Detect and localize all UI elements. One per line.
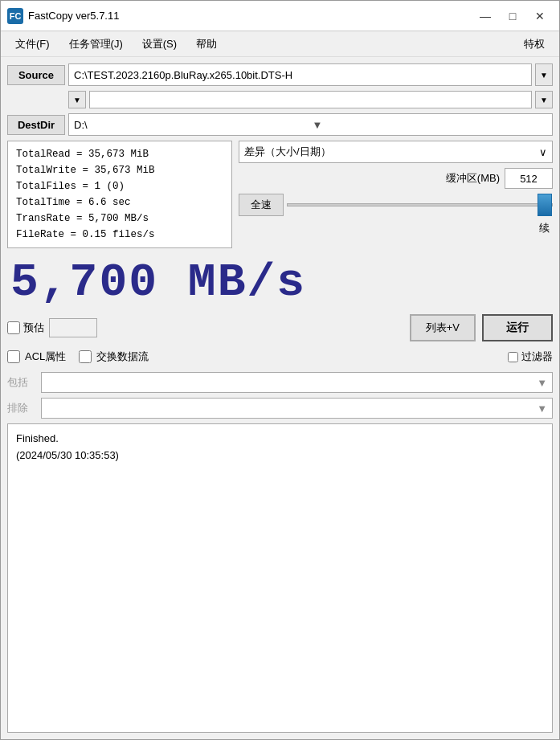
stats-box: TotalRead = 35,673 MiB TotalWrite = 35,6… [7, 141, 232, 248]
source-sub-dropdown[interactable]: ▼ [68, 91, 86, 108]
maximize-button[interactable]: □ [500, 6, 525, 26]
log-box: Finished. (2024/05/30 10:35:53) [7, 423, 553, 733]
stats-controls-row: TotalRead = 35,673 MiB TotalWrite = 35,6… [7, 141, 553, 248]
log-line-1: (2024/05/30 10:35:53) [16, 448, 544, 464]
main-content: Source ▼ ▼ ▼ DestDir D:\ ▼ TotalRead = 3… [1, 57, 559, 739]
menu-task[interactable]: 任务管理(J) [61, 35, 131, 54]
acl-checkbox[interactable] [7, 350, 20, 363]
action-row: 列表+V 运行 [410, 314, 553, 341]
full-speed-button[interactable]: 全速 [239, 194, 284, 216]
destdir-row: DestDir D:\ ▼ [7, 113, 553, 136]
speed-row: 全速 [239, 194, 553, 216]
include-label: 包括 [7, 375, 36, 390]
source-button[interactable]: Source [7, 65, 65, 85]
window-controls: — □ ✕ [472, 6, 553, 26]
speed-display-area: 5,700 MB/s [7, 253, 553, 309]
filter-label: 过滤器 [521, 350, 553, 364]
destdir-combo[interactable]: D:\ ▼ [68, 113, 553, 136]
menu-help[interactable]: 帮助 [188, 35, 225, 54]
filter-checkbox[interactable] [508, 352, 518, 362]
source-row: Source ▼ [7, 63, 553, 86]
buffer-row: 缓冲区(MB) [239, 168, 553, 189]
estimate-label[interactable]: 预估 [23, 321, 44, 335]
estimate-checkbox[interactable] [7, 321, 20, 334]
minimize-button[interactable]: — [472, 6, 498, 26]
main-window: FC FastCopy ver5.7.11 — □ ✕ 文件(F) 任务管理(J… [0, 0, 560, 740]
estimate-checkbox-wrapper: 预估 [7, 321, 44, 335]
include-arrow: ▼ [537, 377, 547, 389]
speed-track [287, 203, 553, 206]
stat-line-2: TotalFiles = 1 (0) [16, 178, 223, 194]
stream-label: 交换数据流 [96, 350, 149, 364]
big-speed-display: 5,700 MB/s [7, 253, 553, 309]
estimate-row: 预估 [7, 315, 97, 341]
stream-checkbox[interactable] [79, 350, 92, 363]
exclude-arrow: ▼ [537, 403, 547, 415]
buffer-label: 缓冲区(MB) [446, 171, 500, 186]
source-sub-row: ▼ ▼ [7, 91, 553, 108]
titlebar: FC FastCopy ver5.7.11 — □ ✕ [1, 1, 559, 31]
speed-slider[interactable] [287, 194, 553, 216]
speed-display-row: 5,700 MB/s [7, 253, 553, 309]
close-button[interactable]: ✕ [527, 6, 553, 26]
acl-option[interactable]: ACL属性 [7, 350, 66, 364]
mode-label: 差异（大小/日期） [244, 145, 331, 159]
speed-thumb[interactable] [538, 194, 552, 216]
source-path-input[interactable] [68, 63, 532, 86]
exclude-label: 排除 [7, 401, 36, 415]
destdir-arrow: ▼ [311, 119, 550, 131]
stat-line-5: FileRate = 0.15 files/s [16, 227, 223, 243]
stat-line-3: TotalTime = 6.6 sec [16, 194, 223, 211]
menu-privilege[interactable]: 特权 [516, 35, 553, 54]
source-sub-right-dropdown[interactable]: ▼ [535, 91, 553, 108]
estimate-input[interactable] [49, 318, 97, 337]
mode-select[interactable]: 差异（大小/日期） ∨ [239, 141, 553, 163]
source-dropdown-arrow[interactable]: ▼ [535, 63, 553, 86]
app-icon: FC [7, 8, 23, 24]
log-line-0: Finished. [16, 431, 544, 448]
stat-line-1: TotalWrite = 35,673 MiB [16, 162, 223, 178]
options-row: ACL属性 交换数据流 过滤器 [7, 346, 553, 367]
menubar: 文件(F) 任务管理(J) 设置(S) 帮助 特权 [1, 31, 559, 57]
stat-line-4: TransRate = 5,700 MB/s [16, 211, 223, 227]
controls-panel: 差异（大小/日期） ∨ 缓冲区(MB) 全速 [239, 141, 553, 235]
stream-option[interactable]: 交换数据流 [79, 350, 149, 364]
continue-label: 续 [539, 221, 553, 235]
buffer-input[interactable] [505, 168, 553, 189]
mode-row: 差异（大小/日期） ∨ [239, 141, 553, 163]
estimate-action-row: 预估 列表+V 运行 [7, 314, 553, 341]
include-filter-row: 包括 ▼ [7, 372, 553, 393]
menu-file[interactable]: 文件(F) [7, 35, 58, 54]
list-button[interactable]: 列表+V [410, 314, 476, 341]
run-button[interactable]: 运行 [482, 314, 553, 341]
menu-settings[interactable]: 设置(S) [134, 35, 185, 54]
stat-line-0: TotalRead = 35,673 MiB [16, 146, 223, 162]
exclude-combo[interactable]: ▼ [41, 398, 553, 419]
mode-arrow: ∨ [539, 146, 547, 158]
include-combo[interactable]: ▼ [41, 372, 553, 393]
app-title: FastCopy ver5.7.11 [28, 10, 472, 22]
destdir-button[interactable]: DestDir [7, 115, 65, 135]
acl-label: ACL属性 [25, 350, 66, 364]
exclude-filter-row: 排除 ▼ [7, 398, 553, 419]
destdir-value: D:\ [72, 119, 311, 131]
